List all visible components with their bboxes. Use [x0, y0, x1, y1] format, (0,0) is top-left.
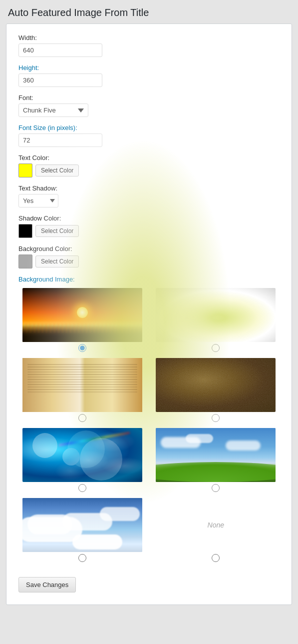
bg-image-field-group: Background Image:: [18, 276, 280, 562]
bg-image-book: [22, 358, 142, 412]
images-grid: None: [18, 288, 280, 562]
settings-panel: Width: Height: Font: Chunk Five Font Siz…: [6, 24, 292, 605]
bg-image-flower: [156, 288, 276, 342]
bg-image-sky: [156, 428, 276, 482]
bg-image-grunge: [156, 358, 276, 412]
bg-image-clouds: [22, 498, 142, 552]
image-option-2: [152, 288, 280, 352]
bg-image-bokeh: [22, 428, 142, 482]
